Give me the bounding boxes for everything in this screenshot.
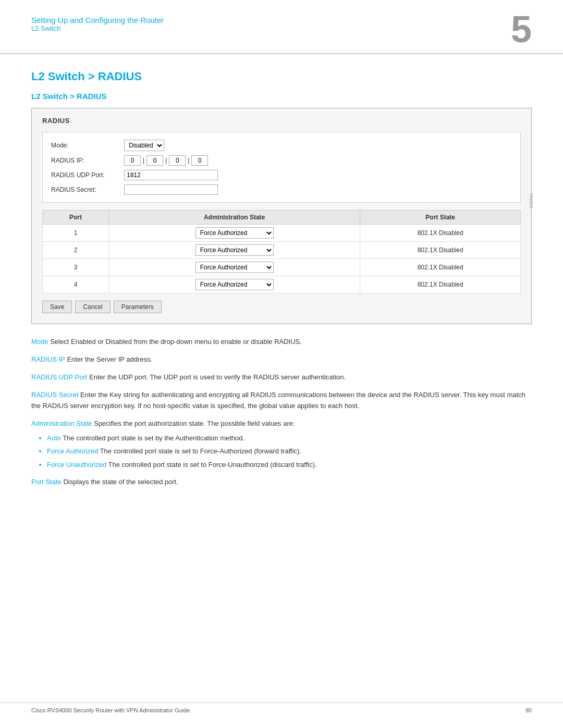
- ip-sep-3: |: [188, 157, 189, 164]
- bullet-term-3: Force Unauthorized: [47, 461, 108, 468]
- col-port: Port: [43, 211, 109, 225]
- mode-select[interactable]: Disabled Enabled: [124, 140, 164, 151]
- udp-port-input[interactable]: [124, 170, 218, 180]
- form-fields: Mode: Disabled Enabled RADIUS IP: | |: [42, 132, 521, 203]
- header-subtitle: L2 Switch: [31, 24, 164, 32]
- mode-label: Mode:: [51, 142, 124, 149]
- mode-row: Mode: Disabled Enabled: [51, 140, 512, 151]
- bullet-term-1: Auto: [47, 434, 63, 442]
- mode-control: Disabled Enabled: [124, 140, 164, 151]
- ip-octet-2[interactable]: [146, 155, 163, 166]
- main-content: L2 Switch > RADIUS L2 Switch > RADIUS RA…: [0, 65, 563, 515]
- table-row: 2Force AuthorizedAutoForce Unauthorized8…: [43, 242, 521, 259]
- bullet-item-3: Force Unauthorized The controlled port s…: [47, 460, 532, 470]
- radius-panel: RADIUS Mode: Disabled Enabled RADIUS IP:…: [31, 108, 532, 324]
- radius-ip-control: | | |: [124, 155, 208, 166]
- admin-state-select-3[interactable]: Force AuthorizedAutoForce Unauthorized: [195, 262, 274, 273]
- port-state-desc: Port State Displays the state of the sel…: [31, 477, 532, 487]
- col-admin-state: Administration State: [108, 211, 360, 225]
- port-state-cell-2: 802.1X Disabled: [360, 242, 521, 259]
- page-title: L2 Switch > RADIUS: [31, 70, 532, 83]
- table-row: 3Force AuthorizedAutoForce Unauthorized8…: [43, 259, 521, 276]
- save-button[interactable]: Save: [42, 301, 72, 313]
- secret-desc-body: Enter the Key string for authenticating …: [31, 391, 525, 409]
- ip-octet-4[interactable]: [191, 155, 208, 166]
- mode-desc: Mode Select Enabled or Disabled from the…: [31, 337, 532, 347]
- udp-port-control: [124, 170, 218, 180]
- port-state-cell-4: 802.1X Disabled: [360, 276, 521, 293]
- parameters-button[interactable]: Parameters: [114, 301, 162, 313]
- admin-state-cell-3: Force AuthorizedAutoForce Unauthorized: [108, 259, 360, 276]
- footer-left: Cisco RVS4000 Security Router with VPN A…: [31, 707, 190, 713]
- port-state-desc-body: Displays the state of the selected port.: [63, 478, 178, 486]
- udp-port-desc-term: RADIUS UDP Port: [31, 373, 87, 381]
- section-title: L2 Switch > RADIUS: [31, 92, 532, 101]
- port-state-desc-term: Port State: [31, 478, 62, 486]
- admin-state-desc-body: Specifies the port authorization state. …: [94, 419, 295, 427]
- udp-port-desc: RADIUS UDP Port Enter the UDP port. The …: [31, 372, 532, 382]
- bullet-text-2: The controlled port state is set to Forc…: [100, 447, 301, 455]
- radius-secret-input[interactable]: [124, 184, 218, 195]
- port-cell-1: 1: [43, 225, 109, 242]
- ip-sep-2: |: [165, 157, 167, 164]
- table-row: 1Force AuthorizedAutoForce Unauthorized8…: [43, 225, 521, 242]
- chapter-number: 5: [511, 10, 532, 48]
- radius-ip-desc-term: RADIUS IP: [31, 355, 65, 363]
- admin-state-select-2[interactable]: Force AuthorizedAutoForce Unauthorized: [195, 244, 274, 256]
- header-left: Setting Up and Configuring the Router L2…: [31, 16, 164, 32]
- bullet-item-1: Auto The controlled port state is set by…: [47, 433, 532, 443]
- admin-state-cell-4: Force AuthorizedAutoForce Unauthorized: [108, 276, 360, 293]
- header-title: Setting Up and Configuring the Router: [31, 16, 164, 24]
- port-table: Port Administration State Port State 1Fo…: [42, 210, 521, 293]
- ip-octet-3[interactable]: [169, 155, 186, 166]
- ip-sep-1: |: [143, 157, 144, 164]
- bullet-text-3: The controlled port state is set to Forc…: [108, 461, 317, 468]
- admin-state-select-1[interactable]: Force AuthorizedAutoForce Unauthorized: [195, 227, 274, 239]
- page-header: Setting Up and Configuring the Router L2…: [0, 0, 563, 54]
- secret-desc-term: RADIUS Secret: [31, 391, 78, 399]
- radius-ip-desc: RADIUS IP Enter the Server IP address.: [31, 354, 532, 365]
- mode-desc-body: Select Enabled or Disabled from the drop…: [50, 338, 302, 346]
- udp-port-desc-body: Enter the UDP port. The UDP port is used…: [89, 373, 346, 381]
- page-footer: Cisco RVS4000 Security Router with VPN A…: [0, 702, 563, 718]
- admin-state-desc: Administration State Specifies the port …: [31, 418, 532, 470]
- col-port-state: Port State: [360, 211, 521, 225]
- table-row: 4Force AuthorizedAutoForce Unauthorized8…: [43, 276, 521, 293]
- bullet-list: Auto The controlled port state is set by…: [47, 433, 532, 470]
- port-state-cell-3: 802.1X Disabled: [360, 259, 521, 276]
- udp-port-label: RADIUS UDP Port:: [51, 171, 124, 179]
- bullet-text-1: The controlled port state is set by the …: [63, 434, 244, 442]
- bullet-term-2: Force Authorized: [47, 447, 100, 455]
- radius-panel-title: RADIUS: [42, 117, 521, 125]
- secret-desc: RADIUS Secret Enter the Key string for a…: [31, 390, 532, 411]
- admin-state-cell-1: Force AuthorizedAutoForce Unauthorized: [108, 225, 360, 242]
- ip-octet-1[interactable]: [124, 155, 141, 166]
- mode-desc-term: Mode: [31, 338, 48, 346]
- bullet-item-2: Force Authorized The controlled port sta…: [47, 446, 532, 456]
- admin-state-cell-2: Force AuthorizedAutoForce Unauthorized: [108, 242, 360, 259]
- table-header-row: Port Administration State Port State: [43, 211, 521, 225]
- radius-secret-label: RADIUS Secret:: [51, 186, 124, 193]
- admin-state-desc-term: Administration State: [31, 419, 92, 427]
- radius-secret-row: RADIUS Secret:: [51, 184, 512, 195]
- watermark: 235561: [529, 193, 534, 208]
- radius-ip-label: RADIUS IP:: [51, 157, 124, 164]
- radius-ip-desc-body: Enter the Server IP address.: [67, 355, 152, 363]
- port-state-cell-1: 802.1X Disabled: [360, 225, 521, 242]
- udp-port-row: RADIUS UDP Port:: [51, 170, 512, 180]
- port-cell-2: 2: [43, 242, 109, 259]
- cancel-button[interactable]: Cancel: [75, 301, 110, 313]
- port-cell-4: 4: [43, 276, 109, 293]
- radius-ip-row: RADIUS IP: | | |: [51, 155, 512, 166]
- port-cell-3: 3: [43, 259, 109, 276]
- footer-right: 90: [525, 707, 532, 713]
- admin-state-select-4[interactable]: Force AuthorizedAutoForce Unauthorized: [195, 279, 274, 290]
- radius-secret-control: [124, 184, 218, 195]
- buttons-row: Save Cancel Parameters: [42, 301, 521, 313]
